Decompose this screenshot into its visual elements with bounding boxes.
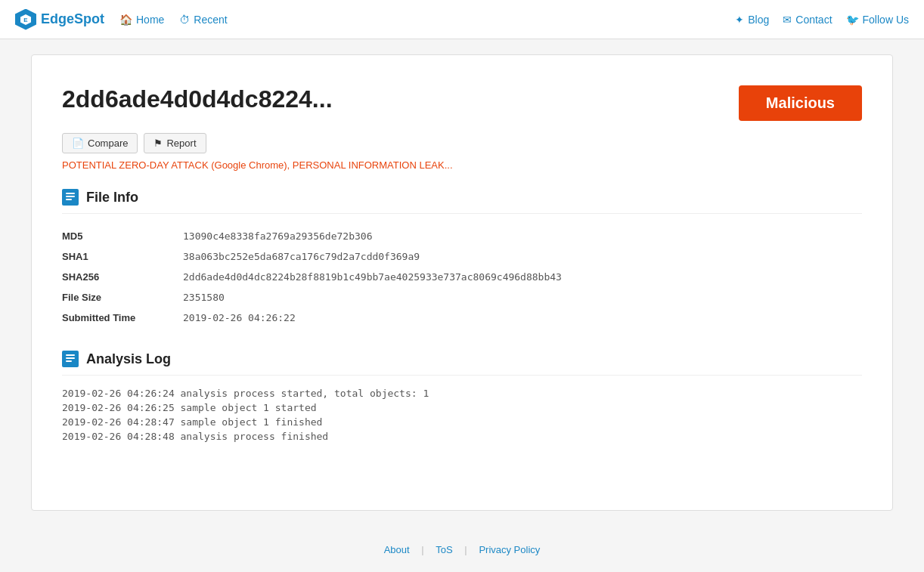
main-wrapper: 2dd6ade4d0d4dc8224... Malicious 📄 Compar… [16, 39, 908, 526]
action-row: 📄 Compare ⚑ Report [62, 133, 862, 153]
filesize-value: 2351580 [183, 287, 862, 308]
footer-sep1: | [421, 544, 423, 555]
sha256-value: 2dd6ade4d0d4dc8224b28f8819b1c49bb7ae4025… [183, 267, 862, 287]
table-row: SHA256 2dd6ade4d0d4dc8224b28f8819b1c49bb… [62, 267, 862, 287]
nav-recent[interactable]: ⏱ Recent [179, 14, 227, 26]
content-card: 2dd6ade4d0d4dc8224... Malicious 📄 Compar… [31, 54, 893, 511]
nav-contact[interactable]: ✉ Contact [783, 14, 832, 26]
file-hash-title: 2dd6ade4d0d4dc8224... [62, 85, 333, 113]
svg-rect-3 [66, 196, 75, 197]
table-row: File Size 2351580 [62, 287, 862, 308]
svg-rect-5 [66, 354, 75, 356]
table-row: MD5 13090c4e8338fa2769a29356de72b306 [62, 226, 862, 246]
svg-rect-6 [66, 357, 75, 359]
file-info-title: File Info [86, 190, 138, 206]
sha256-label: SHA256 [62, 267, 183, 287]
file-info-table: MD5 13090c4e8338fa2769a29356de72b306 SHA… [62, 226, 862, 328]
file-info-icon [62, 189, 79, 206]
md5-label: MD5 [62, 226, 183, 246]
nav-home[interactable]: 🏠 Home [119, 14, 164, 26]
threat-label: POTENTIAL ZERO-DAY ATTACK (Google Chrome… [62, 159, 862, 171]
title-row: 2dd6ade4d0d4dc8224... Malicious [62, 85, 862, 121]
header-right: ✦ Blog ✉ Contact 🐦 Follow Us [735, 14, 909, 26]
svg-rect-2 [66, 193, 75, 194]
compare-icon: 📄 [72, 138, 84, 149]
file-info-section: File Info MD5 13090c4e8338fa2769a29356de… [62, 189, 862, 328]
analysis-log-title: Analysis Log [86, 351, 171, 367]
nav-follow[interactable]: 🐦 Follow Us [846, 14, 909, 26]
submitted-label: Submitted Time [62, 308, 183, 328]
analysis-log-section: Analysis Log 2019-02-26 04:26:24 analysi… [62, 351, 862, 442]
logo[interactable]: E EdgeSpot [15, 9, 104, 30]
contact-icon: ✉ [783, 14, 792, 26]
footer-sep2: | [464, 544, 467, 555]
log-line: 2019-02-26 04:28:47 sample object 1 fini… [62, 416, 862, 428]
svg-rect-4 [66, 199, 72, 200]
log-line: 2019-02-26 04:28:48 analysis process fin… [62, 431, 862, 442]
blog-icon: ✦ [735, 14, 744, 26]
submitted-value: 2019-02-26 04:26:22 [183, 308, 862, 328]
malicious-badge: Malicious [739, 85, 862, 121]
report-icon: ⚑ [153, 138, 163, 149]
brand-name: EdgeSpot [41, 11, 104, 27]
log-line: 2019-02-26 04:26:24 analysis process sta… [62, 388, 862, 399]
compare-button[interactable]: 📄 Compare [62, 133, 138, 153]
header-left: E EdgeSpot 🏠 Home ⏱ Recent [15, 9, 228, 30]
logo-icon: E [15, 9, 36, 30]
sha1-label: SHA1 [62, 246, 183, 267]
svg-rect-7 [66, 360, 72, 362]
file-info-header: File Info [62, 189, 862, 214]
analysis-log-lines: 2019-02-26 04:26:24 analysis process sta… [62, 388, 862, 442]
report-button[interactable]: ⚑ Report [144, 133, 206, 153]
sha1-value: 38a063bc252e5da687ca176c79d2a7cdd0f369a9 [183, 246, 862, 267]
header: E EdgeSpot 🏠 Home ⏱ Recent ✦ Blog ✉ Cont… [0, 0, 924, 39]
analysis-log-icon [62, 351, 79, 367]
table-row: Submitted Time 2019-02-26 04:26:22 [62, 308, 862, 328]
twitter-icon: 🐦 [846, 14, 859, 26]
analysis-log-header: Analysis Log [62, 351, 862, 376]
log-line: 2019-02-26 04:26:25 sample object 1 star… [62, 402, 862, 413]
footer-tos[interactable]: ToS [436, 544, 452, 555]
filesize-label: File Size [62, 287, 183, 308]
recent-icon: ⏱ [179, 14, 190, 26]
table-row: SHA1 38a063bc252e5da687ca176c79d2a7cdd0f… [62, 246, 862, 267]
home-icon: 🏠 [119, 14, 132, 26]
footer-privacy[interactable]: Privacy Policy [479, 544, 540, 555]
svg-text:E: E [23, 17, 28, 23]
footer: About | ToS | Privacy Policy [0, 526, 924, 572]
md5-value: 13090c4e8338fa2769a29356de72b306 [183, 226, 862, 246]
footer-about[interactable]: About [384, 544, 410, 555]
nav-blog[interactable]: ✦ Blog [735, 14, 769, 26]
